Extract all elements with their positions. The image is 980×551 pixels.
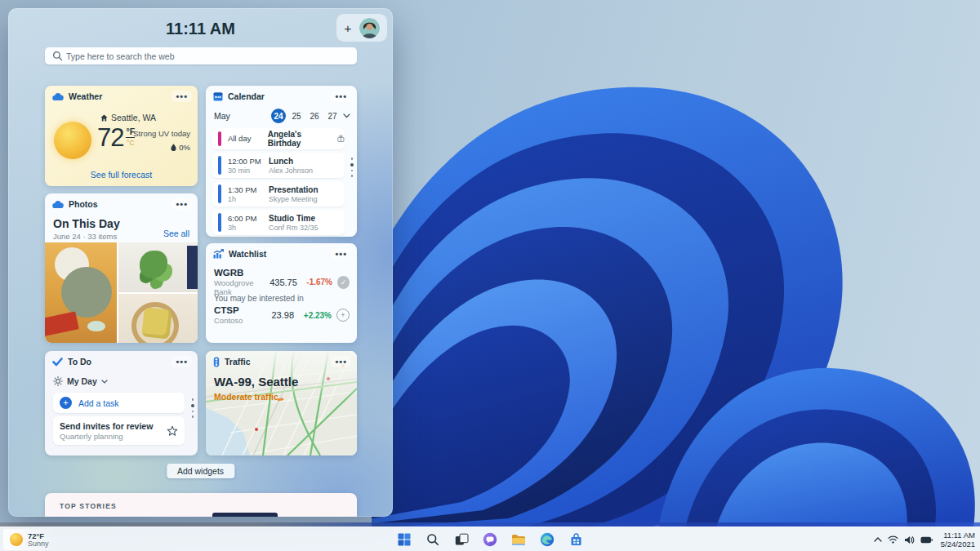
clock-date: 5/24/2021 (941, 540, 975, 549)
celsius-toggle[interactable]: °C (127, 139, 135, 147)
calendar-month: May (214, 111, 230, 121)
watchlist-widget[interactable]: Watchlist ••• WGRBWoodgrove Bank 435.75 … (206, 243, 357, 343)
edge-browser-button[interactable] (537, 529, 558, 550)
event-time: 12:00 PM (228, 157, 269, 166)
star-icon[interactable] (167, 425, 178, 437)
calendar-date-27[interactable]: 27 (325, 109, 340, 123)
battery-indicator[interactable] (920, 536, 933, 544)
calendar-date-strip: May 24 25 26 27 (214, 108, 350, 124)
stock-symbol: WGRB (214, 268, 270, 278)
event-color-bar (218, 213, 221, 232)
stock-price: 435.75 (270, 278, 297, 287)
add-widget-button[interactable]: + (344, 22, 351, 34)
todo-menu-button[interactable]: ••• (172, 356, 192, 367)
system-tray: 11:11 AM 5/24/2021 (874, 527, 975, 551)
taskbar-weather-widget[interactable]: 72°F Sunny (3, 529, 59, 550)
photos-heading: On This Day (53, 217, 120, 230)
calendar-date-24[interactable]: 24 (271, 109, 286, 123)
wifi-icon (888, 535, 898, 544)
add-widgets-button[interactable]: Add widgets (167, 464, 234, 478)
top-stories-label: TOP STORIES (60, 502, 117, 510)
traffic-status: Moderate traffic (214, 392, 278, 402)
cloud-icon (52, 92, 64, 101)
watchlist-suggestion-label: You may be interested in (214, 294, 304, 303)
calendar-menu-button[interactable]: ••• (331, 91, 351, 102)
home-icon (100, 114, 108, 122)
photo-thumbnail-chair[interactable] (118, 294, 198, 344)
task-item[interactable]: Send invites for reviewQuarterly plannin… (53, 416, 185, 445)
calendar-widget[interactable]: Calendar ••• May 24 25 26 27 All day Ang… (206, 86, 357, 237)
see-all-link[interactable]: See all (163, 229, 189, 238)
event-time: All day (228, 134, 268, 143)
bloom-flower-graphic (372, 0, 980, 527)
store-icon (569, 533, 583, 547)
event-subtitle: Conf Rm 32/35 (269, 224, 318, 232)
photo-thumbnail-plant[interactable] (118, 242, 198, 292)
user-avatar[interactable] (359, 18, 380, 38)
add-task-button[interactable]: + Add a task (53, 393, 185, 413)
calendar-event-studio-time[interactable]: 6:00 PM3h Studio TimeConf Rm 32/35 (212, 210, 345, 235)
stock-row-wgrb[interactable]: WGRBWoodgrove Bank 435.75 -1.67% ✓ (206, 268, 357, 296)
calendar-event-lunch[interactable]: 12:00 PM30 min LunchAlex Johnson (212, 153, 345, 178)
clock-time: 11:11 AM (943, 531, 975, 540)
calendar-event-presentation[interactable]: 1:30 PM1h PresentationSkype Meeting (212, 181, 345, 207)
tray-overflow-chevron[interactable] (874, 537, 882, 542)
task-view-button[interactable] (451, 529, 472, 550)
plus-circle-icon: + (60, 397, 72, 409)
search-icon (52, 51, 63, 61)
task-subtitle: Quarterly planning (60, 432, 153, 441)
calendar-icon (213, 91, 223, 101)
traffic-title: Traffic (225, 357, 251, 367)
windows-logo-icon (398, 533, 411, 546)
battery-icon (920, 536, 933, 544)
taskbar-search-button[interactable] (422, 529, 443, 550)
volume-indicator[interactable] (904, 535, 915, 544)
weather-widget[interactable]: Weather ••• Seattle, WA 72 °F °C Strong … (45, 86, 198, 186)
sun-icon (54, 122, 91, 159)
calendar-date-26[interactable]: 26 (307, 109, 322, 123)
see-full-forecast-link[interactable]: See full forecast (45, 170, 198, 180)
event-duration: 3h (228, 224, 269, 232)
taskbar-app-icons (394, 527, 586, 551)
photos-title: Photos (69, 199, 98, 209)
event-time: 1:30 PM (228, 185, 269, 194)
stock-row-ctsp[interactable]: CTSPContoso 23.98 +2.23% + (206, 305, 357, 325)
event-duration: 1h (228, 195, 269, 203)
todo-widget[interactable]: To Do ••• My Day + Add a task Send invit… (45, 351, 198, 455)
story-image-peek (212, 513, 278, 517)
event-duration: 30 min (228, 167, 269, 175)
my-day-selector[interactable]: My Day (53, 376, 108, 386)
file-explorer-button[interactable] (508, 529, 529, 550)
stock-change: +2.23% (294, 311, 332, 320)
photos-menu-button[interactable]: ••• (172, 198, 192, 210)
chat-button[interactable] (479, 529, 501, 550)
watchlist-menu-button[interactable]: ••• (331, 248, 351, 260)
calendar-date-25[interactable]: 25 (289, 109, 304, 123)
traffic-menu-button[interactable]: ••• (331, 356, 351, 367)
taskbar-clock[interactable]: 11:11 AM 5/24/2021 (941, 531, 975, 549)
microsoft-store-button[interactable] (565, 529, 586, 550)
temperature-value: 72 (97, 123, 123, 153)
task-view-icon (455, 533, 469, 546)
search-input[interactable] (45, 47, 357, 64)
weather-menu-button[interactable]: ••• (172, 91, 192, 102)
taskbar-weather-condition: Sunny (28, 540, 49, 548)
photos-widget[interactable]: Photos ••• On This Day June 24 · 33 item… (45, 193, 198, 343)
photo-thumbnail-still-life[interactable] (45, 242, 117, 343)
event-subtitle: Skype Meeting (269, 195, 318, 203)
watchlist-added-check-icon[interactable]: ✓ (337, 276, 350, 289)
chevron-down-icon[interactable] (343, 113, 350, 118)
weather-location: Seattle, WA (100, 113, 156, 122)
start-button[interactable] (394, 529, 415, 550)
weather-widget-header: Weather ••• (45, 86, 198, 107)
wifi-indicator[interactable] (888, 535, 898, 544)
sun-icon (53, 376, 63, 386)
watchlist-add-icon[interactable]: + (336, 309, 350, 322)
weather-condition: Strong UV today (122, 129, 190, 138)
calendar-event-birthday[interactable]: All day Angela's Birthday (212, 128, 345, 149)
traffic-widget[interactable]: Traffic ••• WA-99, Seattle Moderate traf… (206, 351, 357, 455)
traffic-widget-header: Traffic ••• (206, 351, 357, 372)
task-title: Send invites for review (60, 421, 153, 431)
chevron-up-icon (874, 537, 882, 542)
top-stories-section[interactable]: TOP STORIES (45, 493, 357, 517)
